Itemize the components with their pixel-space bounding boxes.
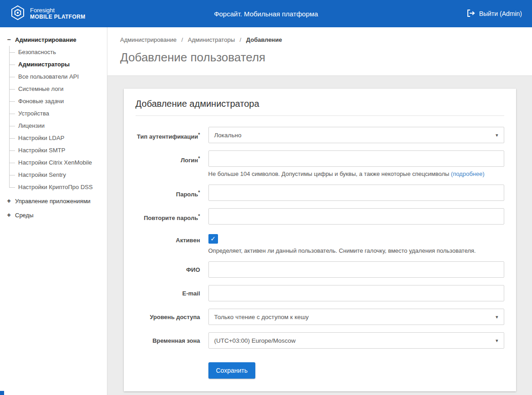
chevron-down-icon: ▾	[496, 314, 498, 320]
active-control: ✓ Определяет, активен ли данный пользова…	[208, 232, 504, 254]
timezone-row: Временная зона (UTC+03:00) Europe/Moscow…	[136, 332, 504, 349]
breadcrumb-item-current: Добавление	[246, 36, 282, 43]
collapse-icon[interactable]: −	[6, 37, 11, 42]
password-label-text: Пароль	[176, 191, 198, 198]
sidebar-item-citrix-settings[interactable]: Настройки Citrix XenMobile	[9, 156, 107, 169]
sidebar-section-app-management-header[interactable]: + Управление приложениями	[0, 195, 107, 207]
add-admin-card: Добавление администратора Тип аутентифик…	[124, 89, 516, 391]
expand-icon[interactable]: +	[6, 199, 11, 204]
password-row: Пароль*	[136, 185, 504, 201]
required-marker: *	[198, 190, 200, 195]
email-label-text: E-mail	[182, 290, 200, 297]
fio-label-text: ФИО	[186, 266, 200, 273]
sidebar-section-label: Управление приложениями	[15, 198, 91, 205]
login-label: Логин*	[136, 150, 200, 177]
timezone-value: (UTC+03:00) Europe/Moscow	[214, 337, 296, 344]
fio-label: ФИО	[136, 261, 200, 278]
content: Добавление администратора Тип аутентифик…	[107, 76, 532, 395]
auth-type-select[interactable]: Локально ▾	[208, 127, 504, 143]
sidebar-item-system-logs[interactable]: Системные логи	[9, 83, 107, 95]
email-row: E-mail	[136, 285, 504, 301]
sidebar-section-label: Администрирование	[15, 36, 76, 43]
breadcrumb-item-administration[interactable]: Администрирование	[120, 36, 177, 43]
access-level-row: Уровень доступа Только чтение с доступом…	[136, 309, 504, 325]
page-title: Добавление пользователя	[120, 50, 519, 65]
app-header: Foresight MOBILE PLATFORM Форсайт. Мобил…	[0, 0, 532, 27]
auth-type-label: Тип аутентификации*	[136, 127, 200, 143]
password-input[interactable]	[208, 185, 504, 201]
login-hint-text: Не больше 104 символов. Допустимы цифры …	[208, 170, 450, 177]
sidebar-tree: Безопасность Администраторы Все пользова…	[9, 46, 107, 193]
active-checkbox[interactable]: ✓	[208, 234, 218, 244]
password-repeat-row: Повторите пароль*	[136, 208, 504, 225]
logo-line2: MOBILE PLATFORM	[30, 14, 86, 20]
sidebar-item-administrators[interactable]: Администраторы	[9, 58, 107, 70]
sidebar-item-cryptopro-settings[interactable]: Настройки КриптоПро DSS	[9, 181, 107, 193]
breadcrumb: Администрирование / Администраторы / Доб…	[120, 36, 519, 43]
access-level-value: Только чтение с доступом к кешу	[214, 314, 309, 320]
logo[interactable]: Foresight MOBILE PLATFORM	[10, 5, 86, 22]
sidebar-item-sentry-settings[interactable]: Настройки Sentry	[9, 169, 107, 181]
logo-text: Foresight MOBILE PLATFORM	[30, 7, 86, 20]
sidebar-section-environments: + Среды	[0, 209, 107, 221]
password-repeat-control	[208, 208, 504, 225]
required-marker: *	[198, 132, 200, 137]
sidebar-item-api-users[interactable]: Все пользователи API	[9, 70, 107, 83]
fio-input[interactable]	[208, 261, 504, 278]
password-label: Пароль*	[136, 185, 200, 201]
check-icon: ✓	[210, 235, 216, 242]
auth-type-label-text: Тип аутентификации	[137, 133, 198, 140]
access-level-control: Только чтение с доступом к кешу ▾	[208, 309, 504, 325]
required-marker: *	[198, 155, 200, 161]
sidebar-section-label: Среды	[15, 212, 34, 219]
password-control	[208, 185, 504, 201]
login-input[interactable]	[208, 150, 504, 167]
login-hint-link[interactable]: (подробнее)	[451, 170, 485, 177]
password-repeat-input[interactable]	[208, 208, 504, 225]
sidebar: − Администрирование Безопасность Админис…	[0, 27, 107, 395]
card-title: Добавление администратора	[136, 99, 504, 116]
main-area: Администрирование / Администраторы / Доб…	[107, 27, 532, 395]
sidebar-corner-accent	[0, 391, 4, 395]
email-label: E-mail	[136, 285, 200, 301]
timezone-control: (UTC+03:00) Europe/Moscow ▾	[208, 332, 504, 349]
access-level-select[interactable]: Только чтение с доступом к кешу ▾	[208, 309, 504, 325]
login-hint: Не больше 104 символов. Допустимы цифры …	[208, 170, 504, 177]
sidebar-section-environments-header[interactable]: + Среды	[0, 209, 107, 221]
timezone-label-text: Временная зона	[152, 337, 200, 344]
sidebar-item-background-tasks[interactable]: Фоновые задачи	[9, 95, 107, 107]
breadcrumb-separator: /	[182, 36, 183, 43]
email-control	[208, 285, 504, 301]
breadcrumb-item-administrators[interactable]: Администраторы	[188, 36, 235, 43]
fio-row: ФИО	[136, 261, 504, 278]
sidebar-item-devices[interactable]: Устройства	[9, 107, 107, 120]
password-repeat-label: Повторите пароль*	[136, 208, 200, 225]
timezone-select[interactable]: (UTC+03:00) Europe/Moscow ▾	[208, 332, 504, 349]
logout-icon	[467, 10, 475, 18]
sidebar-item-ldap-settings[interactable]: Настройки LDAP	[9, 132, 107, 144]
page-head: Администрирование / Администраторы / Доб…	[107, 27, 532, 76]
sidebar-section-app-management: + Управление приложениями	[0, 195, 107, 207]
email-input[interactable]	[208, 285, 504, 301]
sidebar-section-administration-header[interactable]: − Администрирование	[0, 34, 107, 46]
breadcrumb-separator: /	[240, 36, 242, 43]
logo-line1: Foresight	[30, 7, 86, 14]
required-marker: *	[198, 213, 200, 219]
sidebar-item-smtp-settings[interactable]: Настройки SMTP	[9, 144, 107, 156]
save-button[interactable]: Сохранить	[208, 362, 256, 379]
logo-icon	[10, 5, 25, 22]
login-label-text: Логин	[181, 157, 198, 164]
timezone-label: Временная зона	[136, 332, 200, 349]
auth-type-control: Локально ▾	[208, 127, 504, 143]
fio-control	[208, 261, 504, 278]
sidebar-item-security[interactable]: Безопасность	[9, 46, 107, 58]
access-level-label: Уровень доступа	[136, 309, 200, 325]
access-level-label-text: Уровень доступа	[150, 314, 200, 320]
expand-icon[interactable]: +	[6, 213, 11, 218]
sidebar-section-administration: − Администрирование Безопасность Админис…	[0, 34, 107, 193]
login-row: Логин* Не больше 104 символов. Допустимы…	[136, 150, 504, 177]
login-control: Не больше 104 символов. Допустимы цифры …	[208, 150, 504, 177]
sidebar-item-licenses[interactable]: Лицензии	[9, 120, 107, 132]
logout-label: Выйти (Admin)	[479, 10, 522, 17]
logout-button[interactable]: Выйти (Admin)	[467, 10, 522, 18]
